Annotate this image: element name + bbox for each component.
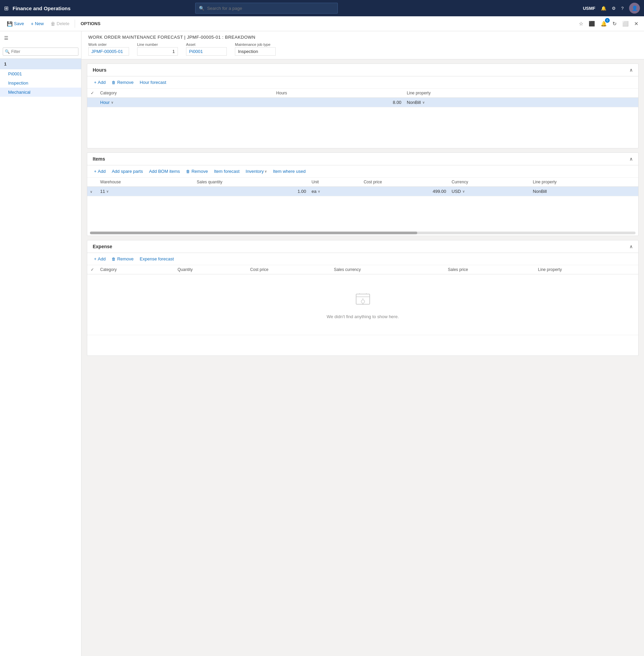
items-row-warehouse[interactable]: 11 ∨ — [97, 187, 194, 196]
items-row[interactable]: ∨ 11 ∨ 1.00 ea — [87, 187, 638, 196]
refresh-icon[interactable]: ↻ — [611, 19, 618, 28]
separator — [75, 20, 75, 28]
hours-th-hours: Hours — [274, 89, 404, 98]
items-title: Items — [93, 156, 105, 162]
expense-remove-button[interactable]: 🗑 Remove — [109, 255, 136, 263]
items-add-bom-button[interactable]: Add BOM items — [146, 167, 183, 175]
sidebar-actions: ☰ — [0, 31, 81, 45]
expense-toolbar: + Add 🗑 Remove Expense forecast — [87, 253, 638, 265]
sidebar-list: 1 Pi0001 Inspection Mechanical — [0, 59, 81, 656]
currency-dropdown-icon[interactable]: ∨ — [462, 189, 465, 193]
expense-add-button[interactable]: + Add — [91, 255, 108, 263]
items-scrollbar[interactable] — [90, 232, 636, 234]
expense-section-header[interactable]: Expense ∧ — [87, 240, 638, 253]
warehouse-dropdown-icon[interactable]: ∨ — [106, 189, 109, 193]
line-number-label: Line number — [137, 42, 178, 47]
items-table: Warehouse Sales quantity Unit Cost price… — [87, 178, 638, 196]
notification-icon[interactable]: 🔔 — [601, 6, 606, 11]
inventory-dropdown-icon[interactable]: ∨ — [264, 169, 267, 173]
sidebar-item-inspection[interactable]: Inspection — [0, 78, 81, 88]
items-section: Items ∧ + Add Add spare parts Add BOM it… — [87, 152, 639, 236]
avatar[interactable]: 👤 — [629, 3, 640, 14]
search-bar[interactable]: 🔍 — [195, 3, 338, 14]
hours-row-hours: 8.00 — [274, 98, 404, 107]
filter-toggle-icon[interactable]: ☰ — [3, 34, 10, 42]
options-label[interactable]: OPTIONS — [78, 20, 103, 28]
hours-row[interactable]: Hour ∨ 8.00 NonBill ∨ — [87, 98, 638, 107]
content-header: WORK ORDER MAINTENANCE FORECAST | JPMF-0… — [81, 31, 644, 59]
app-switch-icon[interactable]: ⬛ — [587, 19, 596, 28]
line-prop-dropdown-icon[interactable]: ∨ — [422, 101, 425, 104]
expense-add-icon: + — [94, 257, 96, 261]
hours-remove-button[interactable]: 🗑 Remove — [109, 78, 136, 86]
save-icon: 💾 — [7, 21, 13, 26]
hours-collapse-icon[interactable]: ∧ — [629, 67, 633, 73]
expense-remove-icon: 🗑 — [112, 257, 116, 261]
close-icon[interactable]: ✕ — [633, 19, 640, 28]
expense-empty-cell: We didn't find anything to show here. — [87, 274, 638, 335]
asset-value[interactable]: Pi0001 — [186, 47, 227, 56]
items-row-currency[interactable]: USD ∨ — [449, 187, 530, 196]
hours-th-category: Category — [97, 89, 274, 98]
expense-collapse-icon[interactable]: ∧ — [629, 244, 633, 249]
hours-section: Hours ∧ + Add 🗑 Remove Hour forecast — [87, 63, 639, 148]
expense-forecast-button[interactable]: Expense forecast — [137, 255, 177, 263]
hours-row-check — [87, 98, 97, 107]
sidebar-item-1[interactable]: 1 — [0, 59, 81, 69]
expense-section: Expense ∧ + Add 🗑 Remove Expense forecas… — [87, 240, 639, 356]
favorite-icon[interactable]: ☆ — [577, 19, 585, 28]
expense-th-sales-currency: Sales currency — [331, 265, 445, 274]
help-icon[interactable]: ? — [621, 6, 624, 11]
hours-add-button[interactable]: + Add — [91, 78, 108, 86]
new-button[interactable]: + New — [28, 18, 47, 29]
hours-section-header[interactable]: Hours ∧ — [87, 64, 638, 76]
settings-icon[interactable]: ⚙ — [612, 6, 616, 11]
job-type-value[interactable]: Inspection — [235, 47, 276, 56]
sidebar-item-pi0001[interactable]: Pi0001 — [0, 69, 81, 78]
grid-icon[interactable]: ⊞ — [4, 5, 8, 12]
hours-row-category[interactable]: Hour ∨ — [97, 98, 274, 107]
save-button[interactable]: 💾 Save — [4, 18, 27, 29]
category-dropdown-icon[interactable]: ∨ — [111, 101, 113, 104]
delete-button[interactable]: 🗑 Delete — [48, 18, 72, 29]
notification-badge-icon[interactable]: 🔔0 — [599, 19, 608, 28]
empty-state-text: We didn't find anything to show here. — [327, 314, 399, 319]
hours-table: ✓ Category Hours Line property Hour — [87, 89, 638, 107]
sidebar-filter: 🔍 — [0, 45, 81, 59]
items-scrollbar-thumb — [90, 232, 417, 234]
add-icon: + — [31, 21, 34, 26]
items-row-sales-qty: 1.00 — [194, 187, 309, 196]
items-section-header[interactable]: Items ∧ — [87, 153, 638, 165]
items-forecast-button[interactable]: Item forecast — [211, 167, 242, 175]
open-new-icon[interactable]: ⬜ — [621, 19, 630, 28]
sidebar: ☰ 🔍 1 Pi0001 Inspection Mechanical — [0, 31, 81, 656]
expense-th-cost-price: Cost price — [247, 265, 331, 274]
items-th-line-property: Line property — [530, 178, 638, 187]
hours-row-line-property[interactable]: NonBill ∨ — [404, 98, 638, 107]
form-fields: Work order JPMF-00005-01 Line number 1 A… — [88, 42, 637, 56]
expense-table: ✓ Category Quantity Cost price Sales cur… — [87, 265, 638, 335]
expense-th-category: Category — [97, 265, 175, 274]
hours-forecast-button[interactable]: Hour forecast — [137, 78, 169, 86]
row-expand-icon[interactable]: ∨ — [90, 190, 92, 194]
filter-search-icon: 🔍 — [5, 49, 10, 54]
work-order-field: Work order JPMF-00005-01 — [88, 42, 129, 56]
filter-input[interactable] — [3, 48, 78, 56]
items-row-unit[interactable]: ea ∨ — [309, 187, 361, 196]
items-th-check — [87, 178, 97, 187]
expense-title: Expense — [93, 244, 112, 249]
unit-dropdown-icon[interactable]: ∨ — [318, 189, 320, 193]
items-collapse-icon[interactable]: ∧ — [629, 156, 633, 162]
items-remove-button[interactable]: 🗑 Remove — [183, 167, 210, 175]
items-add-button[interactable]: + Add — [91, 167, 108, 175]
items-add-spare-button[interactable]: Add spare parts — [109, 167, 146, 175]
items-where-used-button[interactable]: Item where used — [270, 167, 308, 175]
sidebar-item-mechanical[interactable]: Mechanical — [0, 88, 81, 97]
line-number-value[interactable]: 1 — [137, 47, 178, 56]
work-order-value[interactable]: JPMF-00005-01 — [88, 47, 129, 56]
search-input[interactable] — [207, 6, 334, 11]
expense-empty-state: We didn't find anything to show here. — [90, 276, 636, 333]
items-inventory-button[interactable]: Inventory ∨ — [243, 167, 270, 175]
hours-check-col: ✓ — [87, 89, 97, 98]
items-row-expand[interactable]: ∨ — [87, 187, 97, 196]
